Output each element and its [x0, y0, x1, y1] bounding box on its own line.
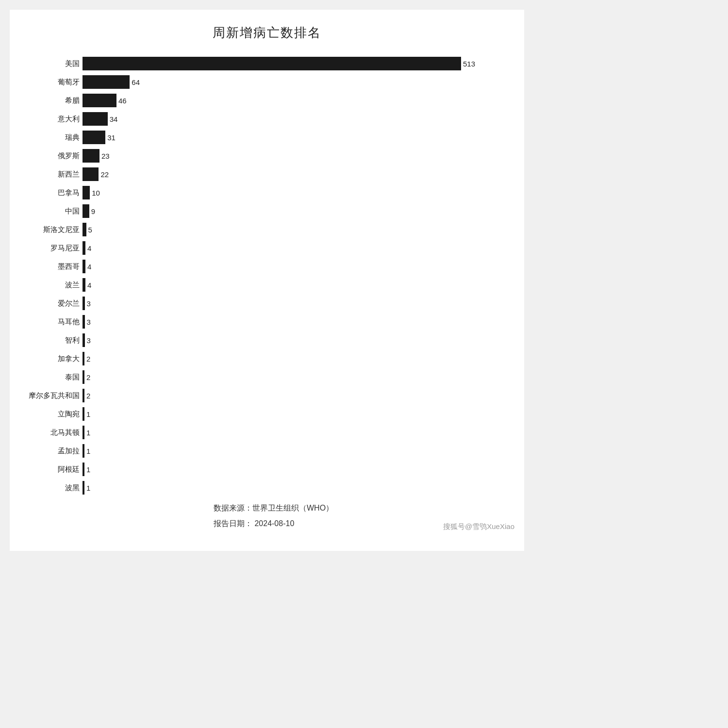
bar-value: 3 [87, 336, 91, 345]
bar-fill [83, 75, 130, 89]
bar-value: 1 [86, 447, 90, 455]
bar-value: 4 [87, 263, 91, 271]
bar-value: 5 [88, 226, 92, 234]
bar-label: 智利 [19, 336, 83, 345]
bar-value: 2 [86, 373, 90, 381]
bar-row: 马耳他3 [19, 314, 514, 330]
bar-value: 1 [86, 429, 90, 437]
bar-row: 波兰4 [19, 277, 514, 293]
bar-row: 俄罗斯23 [19, 148, 514, 164]
bar-row: 葡萄牙64 [19, 74, 514, 90]
watermark: 搜狐号@雪鸮XueXiao [443, 522, 514, 531]
bar-row: 智利3 [19, 332, 514, 348]
bar-label: 墨西哥 [19, 262, 83, 271]
bar-label: 葡萄牙 [19, 78, 83, 87]
bar-track: 2 [83, 352, 514, 365]
bar-track: 3 [83, 333, 514, 347]
bar-fill [83, 389, 84, 402]
bar-track: 1 [83, 426, 514, 439]
bar-track: 64 [83, 75, 514, 89]
footnote-source: 数据来源：世界卫生组织（WHO） [214, 500, 333, 516]
bar-value: 34 [110, 115, 118, 123]
bar-track: 46 [83, 94, 514, 107]
bar-value: 23 [101, 152, 110, 160]
bar-label: 孟加拉 [19, 447, 83, 456]
bar-value: 2 [86, 392, 90, 400]
bar-fill [83, 352, 84, 365]
bar-label: 希腊 [19, 96, 83, 105]
bar-value: 4 [87, 281, 91, 289]
bar-fill [83, 241, 85, 255]
bar-value: 2 [86, 355, 90, 363]
bar-row: 立陶宛1 [19, 406, 514, 422]
bar-row: 瑞典31 [19, 130, 514, 145]
bar-track: 3 [83, 297, 514, 310]
bar-row: 意大利34 [19, 111, 514, 127]
chart-container: 周新增病亡数排名 美国513葡萄牙64希腊46意大利34瑞典31俄罗斯23新西兰… [10, 10, 524, 551]
bar-fill [83, 57, 461, 70]
bar-fill [83, 260, 85, 273]
bar-row: 加拿大2 [19, 351, 514, 366]
bar-label: 爱尔兰 [19, 299, 83, 308]
bar-label: 阿根廷 [19, 465, 83, 474]
bar-track: 1 [83, 481, 514, 495]
bar-row: 墨西哥4 [19, 259, 514, 274]
bar-row: 阿根廷1 [19, 462, 514, 477]
bar-label: 瑞典 [19, 133, 83, 142]
bar-fill [83, 186, 90, 199]
bar-row: 爱尔兰3 [19, 296, 514, 311]
bar-label: 立陶宛 [19, 410, 83, 419]
bar-label: 巴拿马 [19, 188, 83, 198]
bar-fill [83, 370, 84, 384]
bar-row: 北马其顿1 [19, 425, 514, 440]
bar-value: 31 [107, 133, 116, 142]
bar-row: 罗马尼亚4 [19, 240, 514, 256]
bar-row: 巴拿马10 [19, 185, 514, 200]
bar-value: 1 [86, 410, 90, 418]
bar-track: 4 [83, 278, 514, 292]
bar-fill [83, 481, 84, 495]
bar-label: 波兰 [19, 281, 83, 290]
bar-fill [83, 444, 84, 458]
bar-fill [83, 94, 116, 107]
bar-value: 10 [92, 189, 100, 197]
bar-fill [83, 426, 84, 439]
bar-track: 513 [83, 57, 514, 70]
bar-row: 希腊46 [19, 93, 514, 108]
bar-track: 1 [83, 463, 514, 476]
bar-label: 马耳他 [19, 317, 83, 327]
bar-row: 波黑1 [19, 480, 514, 496]
bar-fill [83, 463, 84, 476]
bar-fill [83, 112, 108, 126]
bar-value: 3 [87, 318, 91, 326]
bar-label: 罗马尼亚 [19, 244, 83, 253]
bar-row: 新西兰22 [19, 166, 514, 182]
bar-value: 513 [463, 60, 475, 68]
bar-fill [83, 223, 86, 236]
bar-label: 波黑 [19, 483, 83, 493]
bar-value: 46 [118, 97, 127, 105]
bar-label: 泰国 [19, 373, 83, 382]
bar-row: 泰国2 [19, 369, 514, 385]
bar-track: 10 [83, 186, 514, 199]
bar-fill [83, 407, 84, 421]
bar-fill [83, 167, 99, 181]
bar-label: 意大利 [19, 115, 83, 124]
bar-fill [83, 131, 105, 144]
footnote-area: 数据来源：世界卫生组织（WHO） 报告日期： 2024-08-10 搜狐号@雪鸮… [19, 500, 514, 531]
bar-fill [83, 149, 99, 163]
bar-row: 美国513 [19, 56, 514, 71]
bar-label: 摩尔多瓦共和国 [19, 391, 83, 400]
bar-value: 1 [86, 484, 90, 492]
bar-track: 9 [83, 204, 514, 218]
bar-label: 俄罗斯 [19, 151, 83, 161]
bar-row: 摩尔多瓦共和国2 [19, 388, 514, 403]
bar-track: 5 [83, 223, 514, 236]
bar-fill [83, 333, 85, 347]
bar-fill [83, 315, 85, 329]
bar-label: 北马其顿 [19, 428, 83, 437]
bar-value: 64 [132, 78, 140, 86]
bar-track: 2 [83, 389, 514, 402]
bar-row: 中国9 [19, 203, 514, 219]
bar-label: 加拿大 [19, 354, 83, 364]
